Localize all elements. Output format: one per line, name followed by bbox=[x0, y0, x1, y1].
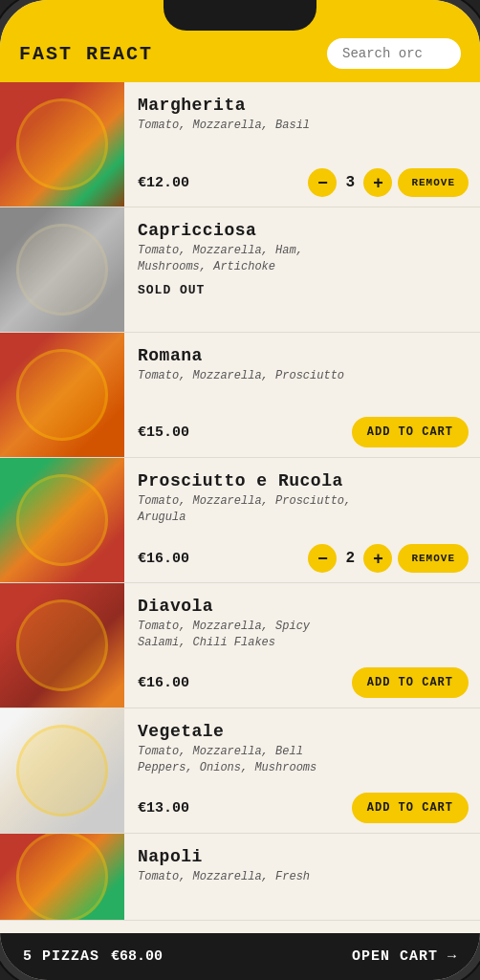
pizza-ingredients: Tomato, Mozzarella, Prosciutto,Arugula bbox=[138, 493, 469, 526]
decrease-button[interactable]: − bbox=[308, 544, 337, 573]
decrease-button[interactable]: − bbox=[308, 168, 337, 197]
pizza-name: Diavola bbox=[138, 597, 469, 616]
pizza-image-prosciutto bbox=[0, 458, 124, 582]
pizza-price: €15.00 bbox=[138, 425, 189, 441]
bottom-bar: 5 PIZZAS €68.00 OPEN CART → bbox=[0, 933, 480, 980]
notch bbox=[164, 0, 316, 31]
pizza-price: €13.00 bbox=[138, 800, 189, 817]
pizza-info-prosciutto: Prosciutto e Rucola Tomato, Mozzarella, … bbox=[124, 458, 480, 582]
pizza-price: €12.00 bbox=[138, 175, 189, 191]
quantity-controls: − 3 + REMOVE bbox=[308, 168, 469, 197]
pizza-name: Capricciosa bbox=[138, 221, 469, 240]
quantity-display: 2 bbox=[342, 550, 358, 567]
pizza-image-vegetale bbox=[0, 708, 124, 833]
app-title: FAST REACT bbox=[19, 43, 153, 65]
open-cart-button[interactable]: OPEN CART → bbox=[352, 948, 457, 965]
pizza-image-romana bbox=[0, 333, 124, 457]
pizza-info-diavola: Diavola Tomato, Mozzarella, SpicySalami,… bbox=[124, 583, 480, 708]
pizza-price: €16.00 bbox=[138, 551, 189, 567]
pizza-ingredients: Tomato, Mozzarella, BellPeppers, Onions,… bbox=[138, 744, 469, 776]
remove-button[interactable]: REMOVE bbox=[398, 544, 469, 573]
pizza-footer: €16.00 ADD TO CART bbox=[138, 667, 469, 698]
increase-button[interactable]: + bbox=[363, 544, 392, 573]
pizza-footer: €13.00 ADD TO CART bbox=[138, 793, 469, 823]
list-item: Capricciosa Tomato, Mozzarella, Ham,Mush… bbox=[0, 207, 480, 333]
sold-out-badge: SOLD OUT bbox=[138, 283, 469, 297]
increase-button[interactable]: + bbox=[363, 168, 392, 197]
pizza-ingredients: Tomato, Mozzarella, Basil bbox=[138, 118, 469, 134]
list-item: Vegetale Tomato, Mozzarella, BellPeppers… bbox=[0, 708, 480, 834]
cart-summary: 5 PIZZAS €68.00 bbox=[23, 948, 163, 965]
pizza-image-margherita bbox=[0, 82, 124, 207]
pizza-info-capricciosa: Capricciosa Tomato, Mozzarella, Ham,Mush… bbox=[124, 207, 480, 332]
pizza-footer: €16.00 − 2 + REMOVE bbox=[138, 544, 469, 573]
quantity-controls: − 2 + REMOVE bbox=[308, 544, 469, 573]
list-item: Prosciutto e Rucola Tomato, Mozzarella, … bbox=[0, 458, 480, 583]
pizza-name: Margherita bbox=[138, 96, 469, 115]
pizza-ingredients: Tomato, Mozzarella, Fresh bbox=[138, 869, 469, 885]
pizza-info-vegetale: Vegetale Tomato, Mozzarella, BellPeppers… bbox=[124, 708, 480, 833]
pizza-name: Romana bbox=[138, 346, 469, 365]
pizza-list: Margherita Tomato, Mozzarella, Basil €12… bbox=[0, 82, 480, 933]
cart-count: 5 PIZZAS bbox=[23, 948, 99, 965]
pizza-price: €16.00 bbox=[138, 675, 189, 691]
add-to-cart-button[interactable]: ADD TO CART bbox=[352, 417, 469, 447]
list-item: Diavola Tomato, Mozzarella, SpicySalami,… bbox=[0, 583, 480, 708]
pizza-info-napoli: Napoli Tomato, Mozzarella, Fresh bbox=[124, 834, 480, 920]
pizza-ingredients: Tomato, Mozzarella, SpicySalami, Chili F… bbox=[138, 619, 469, 651]
pizza-name: Vegetale bbox=[138, 722, 469, 741]
pizza-name: Napoli bbox=[138, 847, 469, 866]
pizza-name: Prosciutto e Rucola bbox=[138, 471, 469, 490]
pizza-ingredients: Tomato, Mozzarella, Ham,Mushrooms, Artic… bbox=[138, 243, 469, 275]
list-item: Napoli Tomato, Mozzarella, Fresh bbox=[0, 834, 480, 921]
pizza-footer: €12.00 − 3 + REMOVE bbox=[138, 168, 469, 197]
list-item: Margherita Tomato, Mozzarella, Basil €12… bbox=[0, 82, 480, 207]
cart-total: €68.00 bbox=[111, 948, 163, 965]
add-to-cart-button[interactable]: ADD TO CART bbox=[352, 793, 469, 823]
pizza-image-capricciosa bbox=[0, 207, 124, 332]
pizza-image-diavola bbox=[0, 583, 124, 708]
pizza-image-napoli bbox=[0, 834, 124, 920]
phone-frame: FAST REACT Margherita Tomato, Mozzarella… bbox=[0, 0, 480, 980]
add-to-cart-button[interactable]: ADD TO CART bbox=[352, 667, 469, 698]
quantity-display: 3 bbox=[342, 174, 358, 191]
remove-button[interactable]: REMOVE bbox=[398, 168, 469, 197]
screen: FAST REACT Margherita Tomato, Mozzarella… bbox=[0, 0, 480, 980]
pizza-footer: €15.00 ADD TO CART bbox=[138, 417, 469, 447]
list-item: Romana Tomato, Mozzarella, Prosciutto €1… bbox=[0, 333, 480, 458]
pizza-info-romana: Romana Tomato, Mozzarella, Prosciutto €1… bbox=[124, 333, 480, 457]
pizza-info-margherita: Margherita Tomato, Mozzarella, Basil €12… bbox=[124, 82, 480, 207]
pizza-ingredients: Tomato, Mozzarella, Prosciutto bbox=[138, 368, 469, 384]
search-input[interactable] bbox=[327, 38, 461, 69]
